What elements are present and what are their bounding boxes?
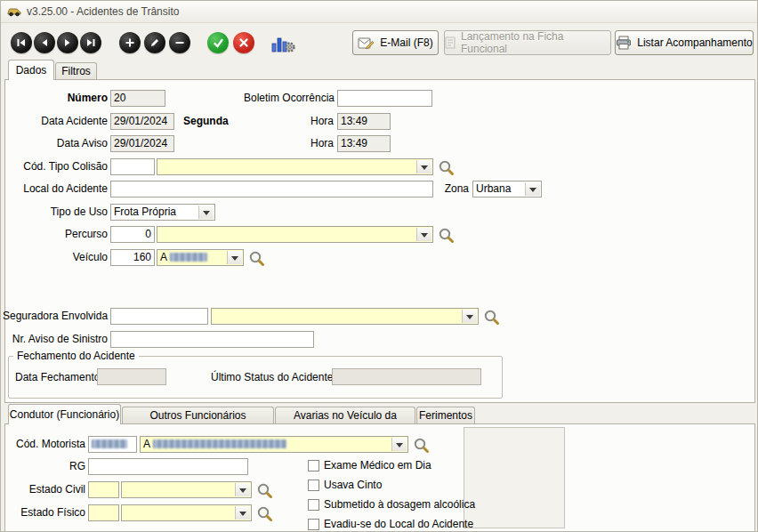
tipo-colisao-combo[interactable] (157, 158, 433, 175)
tipo-uso-combo[interactable]: Frota Própria (110, 204, 215, 221)
estado-civil-label: Estado Civil (1, 481, 85, 498)
sinistro-field[interactable] (110, 331, 314, 348)
chevron-down-icon[interactable] (416, 160, 431, 173)
tab-dados[interactable]: Dados (8, 60, 54, 80)
redacted-text (92, 439, 127, 448)
tab-avarias[interactable]: Avarias no Veículo da Empresa (275, 407, 415, 424)
boletim-field[interactable] (337, 90, 432, 107)
chart-button[interactable] (270, 33, 295, 53)
printer-icon (616, 36, 632, 50)
hora-acidente-label: Hora (286, 113, 334, 130)
add-record-button[interactable] (119, 32, 141, 53)
listar-acompanhamento-button[interactable]: Listar Acompanhamento (615, 30, 754, 55)
chevron-down-icon[interactable] (227, 251, 242, 264)
edit-record-button[interactable] (144, 32, 165, 53)
checkbox-icon[interactable] (308, 480, 319, 491)
estado-civil-combo[interactable] (121, 481, 252, 498)
percurso-label: Percurso (10, 226, 108, 243)
first-record-button[interactable] (11, 32, 32, 53)
zona-combo[interactable]: Urbana (472, 181, 542, 197)
tab-filtros[interactable]: Filtros (55, 62, 97, 80)
tipo-colisao-search-icon[interactable] (438, 159, 455, 176)
chevron-down-icon[interactable] (235, 483, 250, 496)
tab-outros-funcionarios[interactable]: Outros Funcionários Envolvidos (122, 407, 274, 424)
numero-field[interactable]: 20 (110, 90, 165, 107)
motorista-combo[interactable]: A (140, 436, 408, 453)
zona-label: Zona (440, 181, 469, 197)
previous-record-button[interactable] (34, 32, 55, 53)
motorista-search-icon[interactable] (413, 437, 430, 454)
local-field[interactable] (110, 181, 433, 197)
checkbox-evadiu-local-label: Evadiu-se do Local do Acidente (324, 518, 473, 530)
checkbox-evadiu-local[interactable]: Evadiu-se do Local do Acidente (308, 518, 473, 530)
hora-aviso-field[interactable]: 13:49 (337, 135, 391, 152)
tab-dados-label: Dados (16, 64, 47, 77)
driver-photo-placeholder (464, 427, 565, 528)
estado-civil-search-icon[interactable] (256, 482, 273, 499)
ficha-funcional-button-label: Lançamento na Ficha Funcional (461, 30, 610, 55)
checkbox-icon[interactable] (308, 519, 319, 530)
data-aviso-label: Data Aviso (19, 135, 108, 152)
tab-filtros-label: Filtros (61, 65, 91, 77)
checkbox-icon[interactable] (308, 460, 319, 472)
chevron-down-icon[interactable] (198, 206, 214, 219)
boletim-label: Boletim Ocorrência (241, 90, 335, 107)
estado-fisico-label: Estado Físico (1, 504, 85, 521)
estado-fisico-cod-field[interactable] (88, 504, 119, 521)
checkbox-dosagem-alcoolica-label: Submetido à dosagem alcoólica (324, 498, 475, 511)
ultimo-status-label: Último Status do Acidente (211, 369, 330, 386)
chevron-down-icon[interactable] (235, 506, 250, 520)
data-fechamento-field (97, 368, 166, 385)
rg-field[interactable] (88, 458, 248, 475)
fechamento-group-title: Fechamento do Acidente (13, 350, 139, 362)
estado-civil-cod-field[interactable] (88, 481, 119, 498)
data-acidente-field[interactable]: 29/01/2024 (110, 113, 174, 130)
percurso-search-icon[interactable] (438, 227, 455, 244)
checkbox-icon[interactable] (308, 499, 319, 511)
ficha-funcional-button[interactable]: Lançamento na Ficha Funcional (444, 30, 611, 55)
veiculo-search-icon[interactable] (248, 250, 265, 267)
veiculo-label: Veículo (10, 249, 108, 266)
app-icon (7, 6, 21, 17)
sinistro-label: Nr. Aviso de Sinistro (3, 331, 108, 348)
data-aviso-field[interactable]: 29/01/2024 (110, 135, 174, 152)
veiculo-combo[interactable]: A (157, 249, 244, 266)
email-icon (358, 36, 375, 50)
seguradora-search-icon[interactable] (483, 309, 500, 326)
delete-record-button[interactable] (169, 32, 190, 53)
motorista-cod-field[interactable] (88, 436, 137, 453)
email-button-label: E-Mail (F8) (380, 36, 432, 49)
estado-fisico-search-icon[interactable] (256, 505, 273, 522)
percurso-combo[interactable] (157, 226, 433, 243)
percurso-cod-field[interactable]: 0 (110, 226, 155, 243)
chevron-down-icon[interactable] (416, 228, 431, 241)
hora-acidente-field[interactable]: 13:49 (337, 113, 391, 130)
tab-ferimentos[interactable]: Ferimentos (416, 407, 475, 424)
listar-acompanhamento-button-label: Listar Acompanhamento (637, 36, 752, 49)
checkbox-exame-medico[interactable]: Exame Médico em Dia (308, 459, 431, 472)
tipo-colisao-cod-field[interactable] (110, 158, 155, 175)
tipo-colisao-label: Cód. Tipo Colisão (10, 158, 108, 175)
ficha-icon (445, 36, 456, 49)
veiculo-cod-field[interactable]: 160 (110, 249, 155, 266)
confirm-button[interactable] (207, 32, 229, 53)
tab-condutor[interactable]: Condutor (Funcionário) (8, 404, 121, 424)
cancel-button[interactable] (233, 32, 254, 53)
chevron-down-icon[interactable] (462, 310, 477, 323)
zona-value: Urbana (476, 182, 511, 195)
checkbox-usava-cinto[interactable]: Usava Cinto (308, 479, 382, 491)
next-record-button[interactable] (57, 32, 78, 53)
email-button[interactable]: E-Mail (F8) (352, 30, 439, 55)
seguradora-combo[interactable] (211, 308, 479, 325)
last-record-button[interactable] (80, 32, 101, 53)
weekday-label: Segunda (183, 113, 254, 130)
checkbox-dosagem-alcoolica[interactable]: Submetido à dosagem alcoólica (308, 498, 475, 511)
estado-fisico-combo[interactable] (121, 504, 252, 521)
numero-label: Número (36, 90, 108, 107)
window-title: v3.25.00 - Acidentes de Trânsito (27, 5, 179, 18)
chevron-down-icon[interactable] (525, 182, 540, 196)
local-label: Local do Acidente (10, 181, 108, 197)
chevron-down-icon[interactable] (391, 438, 407, 451)
seguradora-cod-field[interactable] (110, 308, 208, 325)
rg-label: RG (1, 458, 85, 475)
